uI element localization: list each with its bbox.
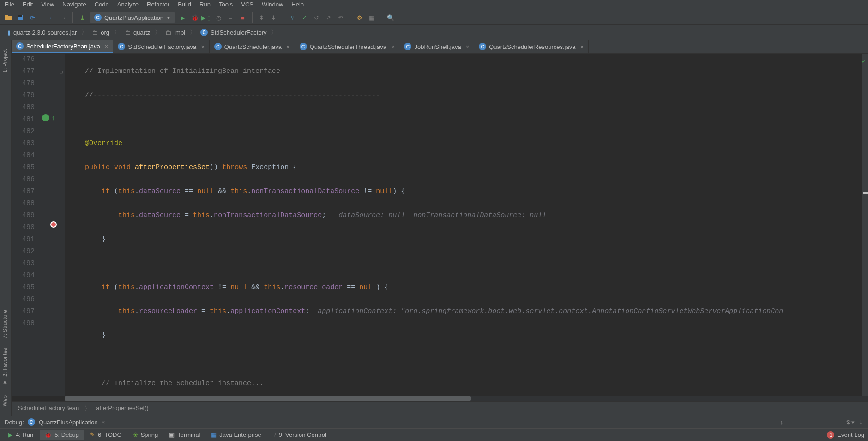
close-icon[interactable]: × — [199, 43, 205, 50]
menu-vcs[interactable]: VCS — [241, 1, 253, 8]
minimize-icon[interactable]: ⤓ — [858, 419, 863, 426]
tab-quartz-scheduler[interactable]: C QuartzScheduler.java × — [210, 40, 295, 53]
side-project[interactable]: 1: Project — [0, 45, 10, 78]
gear-icon[interactable]: ⚙▾ — [846, 419, 855, 426]
editor-tab-bar: C SchedulerFactoryBean.java × C StdSched… — [12, 40, 868, 54]
class-icon: C — [200, 29, 208, 36]
tab-quartz-scheduler-thread[interactable]: C QuartzSchedulerThread.java × — [295, 40, 400, 53]
sync-icon[interactable]: ⟳ — [28, 13, 37, 22]
menu-edit[interactable]: Edit — [23, 1, 33, 8]
side-structure[interactable]: 7: Structure — [0, 305, 10, 343]
tool-run[interactable]: ▶4: Run — [4, 430, 38, 440]
search-everywhere-icon[interactable]: 🔍 — [386, 13, 395, 22]
vcs-history-icon[interactable]: ↶ — [336, 13, 345, 22]
resize-icon[interactable]: ↕ — [780, 419, 784, 426]
marker-gutter: ↑ ⊟ — [39, 54, 65, 396]
vcs-update-icon[interactable]: ↺ — [312, 13, 321, 22]
crumb-class[interactable]: SchedulerFactoryBean — [18, 405, 79, 413]
tab-std-scheduler-factory[interactable]: C StdSchedulerFactory.java × — [113, 40, 209, 53]
build-icon[interactable]: ⤓ — [78, 13, 87, 22]
tab-scheduler-factory-bean[interactable]: C SchedulerFactoryBean.java × — [12, 40, 113, 53]
crumb-pkg-quartz[interactable]: 🗀 quartz — [122, 28, 153, 37]
debug-icon[interactable]: 🐞 — [190, 13, 199, 22]
back-icon[interactable]: ← — [47, 13, 56, 22]
tab-label: QuartzSchedulerResources.java — [489, 43, 575, 50]
side-web[interactable]: Web — [0, 391, 10, 411]
stripe-marker[interactable] — [863, 192, 868, 194]
close-icon[interactable]: × — [578, 43, 584, 50]
code-area: 4764774784794804814824834844854864874884… — [12, 54, 868, 396]
debug-label: Debug: — [5, 419, 24, 426]
vcs-branch-icon[interactable]: ⑂ — [288, 13, 297, 22]
attach-icon[interactable]: ≡ — [226, 13, 235, 22]
run-config-selector[interactable]: C QuartzPlusApplication ▼ — [90, 12, 175, 23]
crumb-method[interactable]: afterPropertiesSet() — [96, 405, 148, 413]
navigation-bar: ▮ quartz-2.3.0-sources.jar 〉 🗀 org 〉 🗀 q… — [0, 25, 868, 40]
menu-help[interactable]: Help — [291, 1, 304, 8]
crumb-jar-label: quartz-2.3.0-sources.jar — [13, 29, 77, 36]
code-editor[interactable]: // Implementation of InitializingBean in… — [65, 54, 862, 396]
override-up-icon[interactable]: ↑ — [51, 112, 55, 124]
horizontal-scrollbar[interactable] — [65, 396, 868, 401]
crumb-label: impl — [174, 29, 185, 36]
error-stripe[interactable]: ✓ — [862, 54, 868, 396]
close-icon[interactable]: × — [103, 43, 108, 50]
class-icon: C — [479, 43, 486, 50]
settings-icon[interactable]: ⚙ — [355, 13, 364, 22]
crumb-pkg-impl[interactable]: 🗀 impl — [163, 28, 188, 37]
menu-view[interactable]: View — [41, 1, 54, 8]
chevron-right-icon: 〉 — [114, 28, 120, 36]
menu-analyze[interactable]: Analyze — [117, 1, 139, 8]
crumb-jar[interactable]: ▮ quartz-2.3.0-sources.jar — [5, 28, 79, 37]
separator — [381, 12, 381, 23]
override-marker-icon[interactable] — [42, 114, 49, 121]
forward-icon[interactable]: → — [59, 13, 68, 22]
scrollbar-thumb[interactable] — [65, 396, 471, 401]
menu-run[interactable]: Run — [199, 1, 211, 8]
menu-build[interactable]: Build — [178, 1, 191, 8]
stop-icon[interactable]: ■ — [238, 13, 247, 22]
class-icon: C — [214, 43, 222, 50]
tool-terminal[interactable]: ▣Terminal — [164, 430, 205, 440]
crumb-label: StdSchedulerFactory — [211, 29, 266, 36]
tab-label: StdSchedulerFactory.java — [128, 43, 196, 50]
close-icon[interactable]: × — [284, 43, 290, 50]
chevron-right-icon: 〉 — [155, 28, 161, 36]
bottom-tool-bar: ▶4: Run 🐞5: Debug ✎6: TODO ❀Spring ▣Term… — [0, 428, 868, 441]
main-toolbar: ⟳ ← → ⤓ C QuartzPlusApplication ▼ ▶ 🐞 ▶⋮… — [0, 11, 868, 25]
profile-icon[interactable]: ◷ — [214, 13, 223, 22]
download-icon[interactable]: ⬇ — [269, 13, 278, 22]
tab-quartz-scheduler-resources[interactable]: C QuartzSchedulerResources.java × — [474, 40, 589, 53]
menu-refactor[interactable]: Refactor — [147, 1, 169, 8]
tab-label: JobRunShell.java — [414, 43, 461, 50]
menu-code[interactable]: Code — [95, 1, 109, 8]
tool-java-enterprise[interactable]: ▦Java Enterprise — [206, 430, 265, 440]
project-structure-icon[interactable]: ▦ — [367, 13, 376, 22]
vcs-commit-icon[interactable]: ✓ — [300, 13, 309, 22]
breakpoint-icon[interactable] — [50, 221, 57, 228]
tool-spring[interactable]: ❀Spring — [128, 430, 163, 440]
crumb-class[interactable]: C StdSchedulerFactory — [198, 28, 269, 37]
run-icon[interactable]: ▶ — [178, 13, 187, 22]
close-icon[interactable]: × — [102, 419, 105, 426]
save-all-icon[interactable] — [16, 13, 25, 22]
fold-icon[interactable]: ⊟ — [60, 66, 63, 79]
menu-navigate[interactable]: Navigate — [62, 1, 86, 8]
menu-window[interactable]: Window — [262, 1, 283, 8]
update-app-icon[interactable]: ⬍ — [257, 13, 266, 22]
coverage-icon[interactable]: ▶⋮ — [202, 13, 211, 22]
tool-version-control[interactable]: ⑂9: Version Control — [268, 430, 331, 440]
event-log[interactable]: 1 Event Log — [827, 431, 864, 439]
crumb-pkg-org[interactable]: 🗀 org — [89, 28, 112, 37]
open-icon[interactable] — [4, 13, 13, 22]
close-icon[interactable]: × — [464, 43, 470, 50]
menu-tools[interactable]: Tools — [219, 1, 233, 8]
vcs-push-icon[interactable]: ↗ — [324, 13, 333, 22]
tab-job-run-shell[interactable]: C JobRunShell.java × — [399, 40, 474, 53]
menu-file[interactable]: File — [5, 1, 14, 8]
tool-todo[interactable]: ✎6: TODO — [85, 430, 127, 440]
close-icon[interactable]: × — [389, 43, 395, 50]
tool-debug[interactable]: 🐞5: Debug — [40, 430, 84, 440]
debug-panel-header: Debug: C QuartzPlusApplication × ↕ ⚙▾ ⤓ — [0, 416, 868, 428]
side-favorites[interactable]: ★ 2: Favorites — [0, 343, 10, 391]
